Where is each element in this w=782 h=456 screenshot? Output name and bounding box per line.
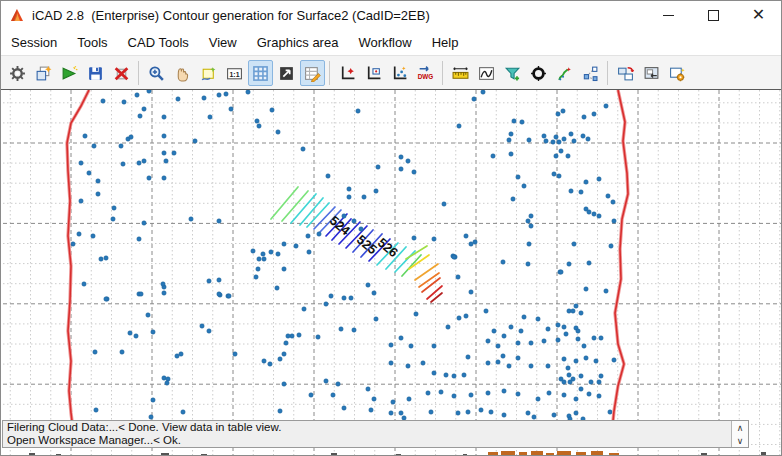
- workflow-icon: [617, 65, 634, 82]
- window-title: iCAD 2.8 (Enterprise) Contour generation…: [32, 8, 430, 23]
- save-button[interactable]: [83, 60, 108, 86]
- app-logo-icon: [9, 7, 25, 23]
- one2one-icon: 1:1: [226, 65, 243, 82]
- maximize-icon: [708, 10, 719, 21]
- close-icon: ✕: [752, 7, 765, 23]
- wand-icon: [556, 65, 573, 82]
- fit-curve-button[interactable]: [552, 60, 577, 86]
- axes-window-icon: [365, 65, 382, 82]
- dwg-icon: DWG: [417, 65, 434, 82]
- app-window: iCAD 2.8 (Enterprise) Contour generation…: [0, 0, 782, 456]
- toolbar-separator: [607, 61, 608, 85]
- scroll-down-button[interactable]: ∨: [732, 434, 748, 447]
- grid-icon: [252, 65, 269, 82]
- fit-view-button[interactable]: [274, 60, 299, 86]
- settings-button[interactable]: [5, 60, 30, 86]
- menu-session[interactable]: Session: [3, 32, 65, 53]
- curve-icon: [478, 65, 495, 82]
- plot-window-button[interactable]: [361, 60, 386, 86]
- scroll-up-button[interactable]: ∧: [732, 421, 748, 434]
- annotate-button[interactable]: [196, 60, 221, 86]
- menu-cad-tools[interactable]: CAD Tools: [120, 32, 197, 53]
- workflow-refresh-button[interactable]: [613, 60, 638, 86]
- status-line-2: Open Workspace Manager...< Ok.: [3, 434, 748, 447]
- run-button[interactable]: [57, 60, 82, 86]
- axes-points-icon: [391, 65, 408, 82]
- toolbar-separator: [138, 61, 139, 85]
- actual-size-button[interactable]: 1:1: [222, 60, 247, 86]
- svg-text:DWG: DWG: [417, 72, 433, 79]
- run-icon: [61, 65, 78, 82]
- toolbar: 1:1DWG: [1, 55, 781, 90]
- curve-window-button[interactable]: [474, 60, 499, 86]
- svg-text:524: 524: [327, 213, 354, 239]
- plot-points-button[interactable]: [387, 60, 412, 86]
- plot-canvas[interactable]: 524525526: [1, 90, 782, 456]
- menu-help[interactable]: Help: [424, 32, 467, 53]
- menu-workflow[interactable]: Workflow: [350, 32, 419, 53]
- menu-bar: SessionToolsCAD ToolsViewGraphics areaWo…: [1, 29, 781, 55]
- delete-button[interactable]: [109, 60, 134, 86]
- grid-toggle-button[interactable]: [248, 60, 273, 86]
- delete-icon: [113, 65, 130, 82]
- snap-target-button[interactable]: [526, 60, 551, 86]
- filter-button[interactable]: [500, 60, 525, 86]
- nodes-icon: [582, 65, 599, 82]
- note-icon: [200, 65, 217, 82]
- clipped-bottom-content: [29, 451, 766, 456]
- scatter-points: [71, 90, 616, 421]
- boundary-lines: [67, 90, 628, 421]
- funnel-icon: [504, 65, 521, 82]
- pan-button[interactable]: [170, 60, 195, 86]
- graphics-area[interactable]: 524525526 Filering Cloud Data:...< Done.…: [1, 89, 781, 455]
- target-icon: [530, 65, 547, 82]
- measure-button[interactable]: [448, 60, 473, 86]
- panel-gear-icon: [669, 65, 686, 82]
- window-controls: ✕: [646, 1, 781, 29]
- menu-graphics-area[interactable]: Graphics area: [249, 32, 347, 53]
- export-dwg-button[interactable]: DWG: [413, 60, 438, 86]
- save-icon: [87, 65, 104, 82]
- close-button[interactable]: ✕: [736, 1, 781, 29]
- svg-text:1:1: 1:1: [229, 70, 239, 77]
- monitor-icon: [643, 65, 660, 82]
- menu-tools[interactable]: Tools: [69, 32, 115, 53]
- fit-icon: [278, 65, 295, 82]
- edit-table-button[interactable]: [300, 60, 325, 86]
- new-plot-button[interactable]: [335, 60, 360, 86]
- toolbar-separator: [329, 61, 330, 85]
- ruler-icon: [452, 65, 469, 82]
- minimize-icon: [663, 15, 674, 16]
- new-doc-icon: [35, 65, 52, 82]
- status-line-1: Filering Cloud Data:...< Done. View data…: [3, 421, 748, 434]
- zoom-button[interactable]: [144, 60, 169, 86]
- menu-view[interactable]: View: [201, 32, 245, 53]
- table-edit-icon: [304, 65, 321, 82]
- new-cad-button[interactable]: [31, 60, 56, 86]
- panel-settings-button[interactable]: [665, 60, 690, 86]
- gear-icon: [9, 65, 26, 82]
- select-nodes-button[interactable]: [578, 60, 603, 86]
- pan-icon: [174, 65, 191, 82]
- title-bar: iCAD 2.8 (Enterprise) Contour generation…: [1, 1, 781, 29]
- maximize-button[interactable]: [691, 1, 736, 29]
- minimize-button[interactable]: [646, 1, 691, 29]
- workspace-panel-button[interactable]: [639, 60, 664, 86]
- status-panel: Filering Cloud Data:...< Done. View data…: [2, 420, 749, 448]
- zoom-icon: [148, 65, 165, 82]
- toolbar-separator: [442, 61, 443, 85]
- status-scrollbar: ∧ ∨: [731, 421, 748, 447]
- axes-star-icon: [339, 65, 356, 82]
